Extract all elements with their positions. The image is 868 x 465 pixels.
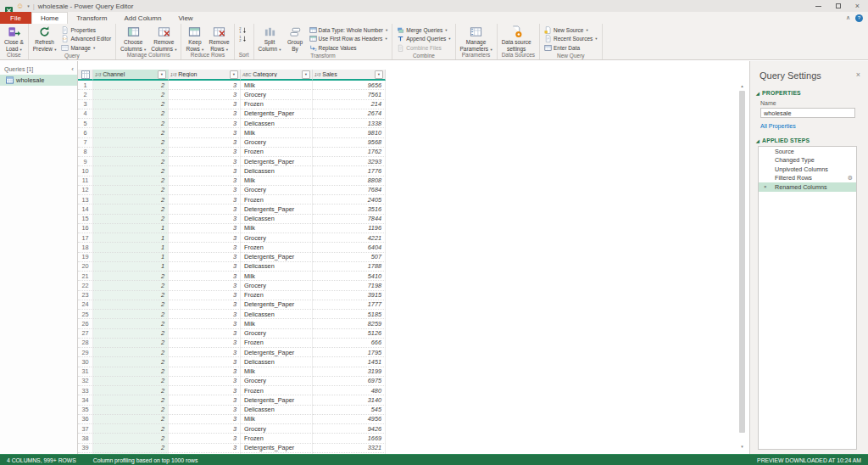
row-number[interactable]: 24	[78, 300, 93, 310]
cell-channel[interactable]: 2	[93, 81, 169, 90]
cell-channel[interactable]: 1	[93, 233, 169, 243]
row-number[interactable]: 35	[78, 406, 93, 415]
cell-sales[interactable]: 9810	[313, 128, 386, 137]
cell-region[interactable]: 3	[169, 90, 241, 99]
ribbon-button-data-type-whole-number[interactable]: Data Type: Whole Number▾	[308, 25, 390, 35]
cell-category[interactable]: Frozen	[241, 243, 313, 252]
cell-category[interactable]: Grocery	[241, 424, 313, 434]
cell-region[interactable]: 3	[169, 415, 241, 424]
collapse-applied-steps-icon[interactable]: ◢	[756, 138, 760, 143]
ribbon-button-combine-files[interactable]: Combine Files	[395, 43, 452, 53]
row-number[interactable]: 34	[78, 395, 93, 405]
ribbon-button-close-load[interactable]: Close &Load ▾	[3, 25, 25, 52]
cell-region[interactable]: 3	[169, 310, 241, 319]
cell-sales[interactable]: 480	[313, 386, 386, 395]
cell-region[interactable]: 3	[169, 157, 241, 166]
cell-region[interactable]: 3	[169, 166, 241, 176]
cell-region[interactable]: 3	[169, 339, 241, 348]
applied-step-renamed-columns[interactable]: ×Renamed Columns	[759, 182, 856, 192]
query-name-input[interactable]	[760, 108, 855, 118]
cell-region[interactable]: 3	[169, 367, 241, 377]
cell-sales[interactable]: 3915	[313, 291, 386, 300]
cell-region[interactable]: 3	[169, 319, 241, 328]
row-number[interactable]: 2	[78, 90, 93, 99]
cell-channel[interactable]: 2	[93, 300, 169, 310]
cell-category[interactable]: Delicassen	[241, 406, 313, 415]
minimize-button[interactable]	[815, 6, 821, 7]
applied-step-changed-type[interactable]: Changed Type	[759, 156, 856, 165]
cell-sales[interactable]: 4221	[313, 233, 386, 243]
ribbon-button-advanced-editor[interactable]: Advanced Editor	[59, 35, 113, 44]
tab-transform[interactable]: Transform	[68, 12, 115, 24]
query-list-item-wholesale[interactable]: wholesale	[0, 75, 77, 86]
applied-step-unpivoted-columns[interactable]: Unpivoted Columns	[759, 165, 856, 174]
ribbon-button-refresh-preview[interactable]: RefreshPreview ▾	[31, 25, 58, 53]
ribbon-button-manage-parameters[interactable]: ManageParameters ▾	[459, 25, 494, 52]
cell-region[interactable]: 3	[169, 224, 241, 233]
cell-category[interactable]: Grocery	[241, 233, 313, 243]
ribbon-button-remove-columns[interactable]: RemoveColumns ▾	[149, 25, 178, 52]
cell-channel[interactable]: 2	[93, 119, 169, 128]
ribbon-button-enter-data[interactable]: Enter Data	[542, 43, 599, 53]
row-number[interactable]: 15	[78, 215, 93, 224]
cell-channel[interactable]: 2	[93, 329, 169, 339]
row-number[interactable]: 18	[78, 243, 93, 252]
cell-channel[interactable]: 2	[93, 377, 169, 386]
cell-sales[interactable]: 507	[313, 253, 386, 262]
cell-channel[interactable]: 2	[93, 166, 169, 176]
cell-region[interactable]: 3	[169, 406, 241, 415]
step-settings-gear-icon[interactable]: ⚙	[848, 175, 853, 182]
cell-sales[interactable]: 9426	[313, 424, 386, 434]
cell-category[interactable]: Milk	[241, 81, 313, 90]
cell-channel[interactable]: 2	[93, 100, 169, 109]
cell-region[interactable]: 3	[169, 272, 241, 281]
row-number[interactable]: 31	[78, 367, 93, 377]
cell-category[interactable]: Frozen	[241, 100, 313, 109]
cell-sales[interactable]: 666	[313, 339, 386, 348]
ribbon-button-data-source-settings[interactable]: Data sourcesettings	[500, 25, 533, 52]
cell-sales[interactable]: 2405	[313, 195, 386, 204]
cell-channel[interactable]: 2	[93, 90, 169, 99]
ribbon-button-recent-sources[interactable]: Recent Sources▾	[542, 35, 599, 44]
collapse-properties-icon[interactable]: ◢	[756, 91, 760, 96]
cell-region[interactable]: 3	[169, 281, 241, 290]
cell-channel[interactable]: 2	[93, 357, 169, 367]
cell-sales[interactable]: 3293	[313, 157, 386, 166]
row-number[interactable]: 28	[78, 339, 93, 348]
cell-category[interactable]: Frozen	[241, 291, 313, 300]
ribbon-button-append-queries[interactable]: Append Queries▾	[395, 35, 452, 44]
cell-channel[interactable]: 2	[93, 215, 169, 224]
cell-sales[interactable]: 1788	[313, 262, 386, 272]
cell-sales[interactable]: 5185	[313, 310, 386, 319]
cell-region[interactable]: 3	[169, 444, 241, 453]
cell-region[interactable]: 3	[169, 186, 241, 195]
cell-region[interactable]: 3	[169, 128, 241, 137]
cell-region[interactable]: 3	[169, 233, 241, 243]
cell-region[interactable]: 3	[169, 348, 241, 357]
cell-category[interactable]: Detergents_Paper	[241, 300, 313, 310]
cell-category[interactable]: Delicassen	[241, 310, 313, 319]
ribbon-button-split-column[interactable]: SplitColumn ▾	[257, 25, 283, 53]
collapse-queries-pane-icon[interactable]: ‹	[71, 66, 74, 72]
cell-sales[interactable]: 6404	[313, 243, 386, 252]
cell-region[interactable]: 3	[169, 262, 241, 272]
cell-channel[interactable]: 2	[93, 157, 169, 166]
ribbon-button-sort-asc[interactable]: 21	[237, 25, 248, 35]
row-number[interactable]: 38	[78, 434, 93, 443]
cell-channel[interactable]: 2	[93, 291, 169, 300]
row-number[interactable]: 13	[78, 195, 93, 204]
cell-category[interactable]: Milk	[241, 272, 313, 281]
cell-sales[interactable]: 3321	[313, 444, 386, 453]
row-number[interactable]: 17	[78, 233, 93, 243]
row-number[interactable]: 3	[78, 100, 93, 109]
cell-channel[interactable]: 2	[93, 319, 169, 328]
cell-sales[interactable]: 6975	[313, 377, 386, 386]
cell-sales[interactable]: 545	[313, 406, 386, 415]
cell-category[interactable]: Detergents_Paper	[241, 157, 313, 166]
help-icon[interactable]: ?	[855, 14, 863, 22]
cell-region[interactable]: 3	[169, 109, 241, 119]
cell-category[interactable]: Grocery	[241, 138, 313, 148]
row-number[interactable]: 39	[78, 444, 93, 453]
cell-category[interactable]: Detergents_Paper	[241, 204, 313, 214]
row-number[interactable]: 33	[78, 386, 93, 395]
